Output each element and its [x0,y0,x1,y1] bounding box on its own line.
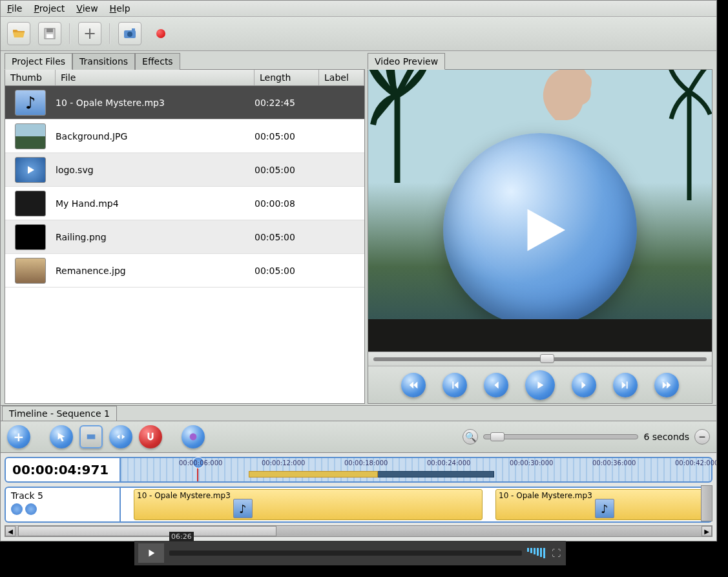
file-list-header: Thumb File Length Label [5,70,364,86]
file-thumb [15,224,46,250]
seek-track[interactable] [373,357,707,361]
scroll-left-button[interactable]: ◀ [5,526,16,536]
overview-clips [237,471,711,480]
file-name: logo.svg [56,165,255,175]
timeline-razor-button[interactable] [79,425,103,448]
scroll-right-button[interactable]: ▶ [702,526,712,536]
camera-button[interactable] [118,22,141,45]
file-row[interactable]: My Hand.mp400:00:08 [5,187,364,220]
horizontal-scrollbar[interactable]: ◀ ▶ [5,525,712,537]
project-files-panel: Thumb File Length Label ♪10 - Opale Myst… [5,69,365,404]
tab-effects[interactable]: Effects [135,53,180,70]
timeline-clip[interactable]: 10 - Opale Mystere.mp3 [134,489,483,520]
track-header[interactable]: Track 5 [5,487,121,523]
col-length[interactable]: Length [255,70,319,85]
col-thumb[interactable]: Thumb [5,70,56,85]
main-split: Project Files Transitions Effects Thumb … [1,51,716,405]
timeline-pointer-button[interactable] [50,425,73,448]
preview-tabstrip: Video Preview [368,52,712,69]
toolbar-separator [69,23,70,44]
palm-tree-icon [667,70,712,205]
file-length: 00:00:08 [255,198,319,209]
rewind-button[interactable] [401,373,426,397]
timeline-section: Timeline - Sequence 1 + 🔍 6 seconds ─ 00… [1,405,716,541]
menu-view[interactable]: View [76,3,98,14]
menu-project[interactable]: Project [34,3,65,14]
zoom-in-button[interactable]: 🔍 [463,429,478,445]
overlay-progress[interactable] [169,551,522,556]
app-window: File Project View Help + Project Files T… [0,0,717,541]
overlay-fullscreen-button[interactable]: ⛶ [550,547,562,559]
add-button[interactable]: + [78,22,101,45]
track-solo-button[interactable] [25,503,37,515]
music-note-icon [595,499,614,518]
file-name: Background.JPG [56,131,255,142]
zoom-out-button[interactable]: ─ [694,429,710,445]
file-row[interactable]: Remanence.jpg00:05:00 [5,254,364,288]
preview-seek-bar[interactable] [368,351,712,366]
file-thumb [15,191,46,216]
file-length: 00:05:00 [255,266,319,276]
file-length: 00:22:45 [255,98,319,108]
record-icon [156,29,165,38]
tab-project-files[interactable]: Project Files [5,53,72,70]
preview-viewport[interactable] [368,70,712,351]
overlay-video-player: 06:26 ⛶ [134,541,566,565]
ruler-tick: 00:00:36:000 [592,459,636,467]
file-list: ♪10 - Opale Mystere.mp300:22:45Backgroun… [5,86,364,403]
prev-frame-button[interactable] [442,373,467,397]
track-row: Track 5 10 - Opale Mystere.mp310 - Opale… [5,487,712,523]
menu-help[interactable]: Help [110,3,130,14]
svg-rect-5 [132,28,135,31]
tab-transitions[interactable]: Transitions [72,53,135,70]
plus-icon: + [14,429,25,445]
seek-thumb[interactable] [540,354,554,363]
col-label[interactable]: Label [319,70,364,85]
step-back-button[interactable] [484,373,508,397]
open-folder-button[interactable] [7,22,30,45]
preview-panel [368,69,712,404]
file-length: 00:05:00 [255,165,319,175]
timecode-display[interactable]: 00:00:04:971 [5,457,121,483]
play-button[interactable] [525,370,555,400]
vertical-scrollbar[interactable] [701,485,712,521]
ruler-tick: 00:00:24:000 [427,459,470,467]
col-file[interactable]: File [56,70,255,85]
timeline-add-button[interactable]: + [7,425,30,448]
scroll-thumb[interactable] [18,526,276,536]
file-row[interactable]: Railing.png00:05:00 [5,220,364,254]
track-body[interactable]: 10 - Opale Mystere.mp310 - Opale Mystere… [121,487,712,523]
timeline-resize-button[interactable] [109,425,132,448]
step-forward-button[interactable] [572,373,596,397]
svg-rect-1 [47,28,53,32]
tab-video-preview[interactable]: Video Preview [368,53,445,70]
svg-rect-6 [87,434,96,439]
overlay-volume[interactable] [527,548,545,558]
file-thumb [15,258,46,284]
svg-point-4 [127,32,132,37]
save-button[interactable] [38,22,61,45]
timeline-snap-button[interactable] [139,425,162,448]
next-frame-button[interactable] [613,373,638,397]
timeline-tab[interactable]: Timeline - Sequence 1 [2,406,117,421]
svg-point-7 [190,434,197,441]
record-button[interactable] [149,22,172,45]
preview-pane: Video Preview [368,52,712,404]
timeline-marker-button[interactable] [182,425,205,448]
zoom-slider[interactable] [483,434,638,439]
plus-icon: + [83,25,96,43]
file-thumb [15,123,46,149]
file-thumb [15,157,46,183]
file-row[interactable]: logo.svg00:05:00 [5,153,364,187]
track-mute-button[interactable] [11,503,23,515]
overlay-play-button[interactable] [138,543,164,563]
palm-tree-icon [368,70,426,186]
file-row[interactable]: ♪10 - Opale Mystere.mp300:22:45 [5,86,364,120]
menu-file[interactable]: File [7,3,22,14]
ruler-tick: 00:00:18:000 [344,459,388,467]
time-ruler[interactable]: 00:00:06:00000:00:12:00000:00:18:00000:0… [121,457,712,483]
fast-forward-button[interactable] [654,373,679,397]
timeline-clip[interactable]: 10 - Opale Mystere.mp3 [495,489,709,520]
file-row[interactable]: Background.JPG00:05:00 [5,120,364,153]
zoom-thumb[interactable] [490,432,504,441]
